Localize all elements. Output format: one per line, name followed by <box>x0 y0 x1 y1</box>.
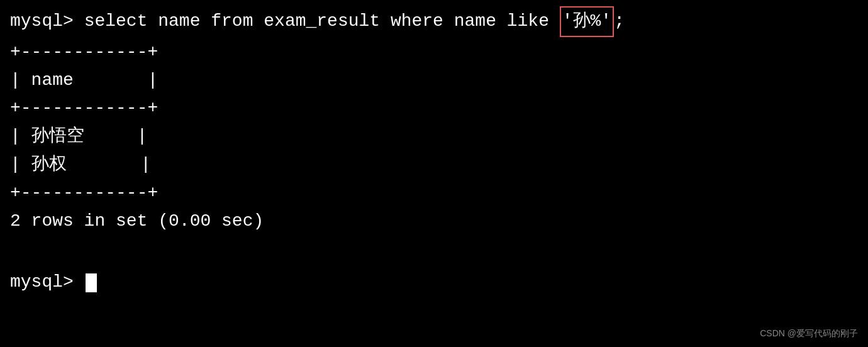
empty-line <box>10 235 858 263</box>
sql-highlighted-value: '孙%' <box>560 6 614 37</box>
table-row-2: | 孙权 | <box>10 151 858 179</box>
table-top-border: +------------+ <box>10 38 858 67</box>
sql-before-highlight: select name from exam_result where name … <box>84 8 560 36</box>
table-bottom-border: +------------+ <box>10 179 858 207</box>
next-prompt: mysql> <box>10 268 84 297</box>
sql-semicolon: ; <box>614 8 625 36</box>
result-summary: 2 rows in set (0.00 sec) <box>10 207 858 236</box>
watermark: CSDN @爱写代码的刚子 <box>760 328 858 339</box>
sql-prompt: mysql> <box>10 8 84 36</box>
sql-command-line: mysql> select name from exam_result wher… <box>10 6 858 37</box>
table-header-row: | name | <box>10 67 858 95</box>
table-row-1: | 孙悟空 | <box>10 123 858 151</box>
cursor-block <box>86 273 97 292</box>
table-header-separator: +------------+ <box>10 94 858 123</box>
next-prompt-line: mysql> <box>10 268 858 297</box>
terminal-window: mysql> select name from exam_result wher… <box>0 0 868 347</box>
